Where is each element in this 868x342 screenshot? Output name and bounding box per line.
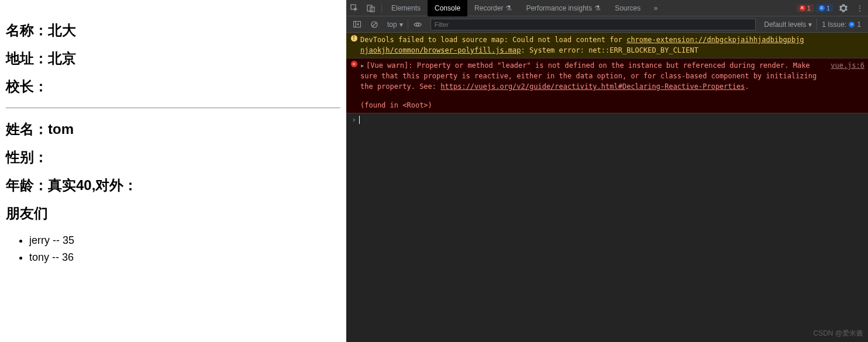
svg-rect-1	[367, 5, 372, 11]
tab-sources[interactable]: Sources	[608, 0, 647, 16]
console-prompt[interactable]: ›	[346, 113, 868, 126]
console-warning[interactable]: ! DevTools failed to load source map: Co…	[346, 33, 868, 58]
error-count-badge[interactable]: ✕1	[797, 4, 814, 12]
error-icon: ✕	[351, 61, 357, 67]
chevron-down-icon: ▾	[808, 20, 812, 29]
list-item: jerry -- 35	[29, 232, 340, 249]
sourcemap-link[interactable]: njaokjh/common/browser-polyfill.js.map	[360, 46, 521, 54]
gender-row: 性别：	[6, 148, 340, 167]
warning-icon: !	[351, 35, 357, 42]
page-content: 名称：北大 地址：北京 校长： 姓名：tom 性别： 年龄：真实40,对外： 朋…	[0, 0, 346, 342]
divider	[6, 108, 340, 108]
list-item: tony -- 36	[29, 249, 340, 266]
kebab-menu-icon[interactable]: ⋮	[852, 0, 868, 16]
addr-row: 地址：北京	[6, 49, 340, 68]
console-messages: ! DevTools failed to load source map: Co…	[346, 33, 868, 342]
expand-icon[interactable]: ▸	[360, 60, 365, 71]
sourcemap-link[interactable]: chrome-extension://dnbgckpjaihhjadbibgpb…	[626, 36, 804, 44]
device-toggle-icon[interactable]	[363, 0, 379, 16]
tab-console[interactable]: Console	[428, 0, 467, 16]
tab-elements[interactable]: Elements	[384, 0, 428, 16]
cursor	[359, 116, 360, 124]
info-count-badge[interactable]: ≡1	[816, 4, 833, 12]
devtools-tabbar: Elements Console Recorder⚗ Performance i…	[346, 0, 868, 16]
leader-row: 校长：	[6, 77, 340, 96]
more-tabs-icon[interactable]: »	[647, 0, 664, 16]
filter-input-wrap	[430, 19, 756, 30]
console-toolbar: top▾ Default levels▾ 1 Issue: ≡ 1	[346, 16, 868, 33]
filter-input[interactable]	[430, 19, 756, 30]
tab-recorder[interactable]: Recorder⚗	[467, 0, 519, 16]
age-row: 年龄：真实40,对外：	[6, 176, 340, 195]
svg-point-7	[416, 23, 419, 26]
flask-icon: ⚗	[505, 4, 512, 12]
friends-list: jerry -- 35 tony -- 36	[29, 232, 340, 266]
tab-performance-insights[interactable]: Performance insights⚗	[519, 0, 608, 16]
vue-guide-link[interactable]: https://vuejs.org/v2/guide/reactivity.ht…	[440, 82, 745, 91]
console-sidebar-toggle-icon[interactable]	[349, 16, 365, 33]
prompt-chevron-icon: ›	[350, 115, 358, 125]
error-source-link[interactable]: vue.js:6	[826, 60, 864, 92]
inspect-element-icon[interactable]	[346, 0, 363, 16]
separator	[381, 4, 382, 13]
friends-heading: 朋友们	[6, 204, 340, 223]
context-selector[interactable]: top▾	[384, 20, 407, 29]
flask-icon: ⚗	[594, 4, 601, 12]
issues-button[interactable]: 1 Issue: ≡ 1	[817, 19, 866, 30]
school-row: 名称：北大	[6, 21, 340, 40]
separator	[408, 20, 408, 29]
devtools-panel: Elements Console Recorder⚗ Performance i…	[346, 0, 868, 342]
clear-console-icon[interactable]	[366, 16, 383, 33]
settings-icon[interactable]	[835, 0, 852, 16]
live-expression-icon[interactable]	[409, 16, 426, 33]
issue-icon: ≡	[849, 22, 855, 27]
console-error[interactable]: ✕ ▸[Vue warn]: Property or method "leade…	[346, 58, 868, 113]
log-levels-selector[interactable]: Default levels▾	[760, 20, 815, 29]
chevron-down-icon: ▾	[399, 20, 403, 29]
svg-line-6	[373, 22, 377, 26]
name-row: 姓名：tom	[6, 120, 340, 139]
